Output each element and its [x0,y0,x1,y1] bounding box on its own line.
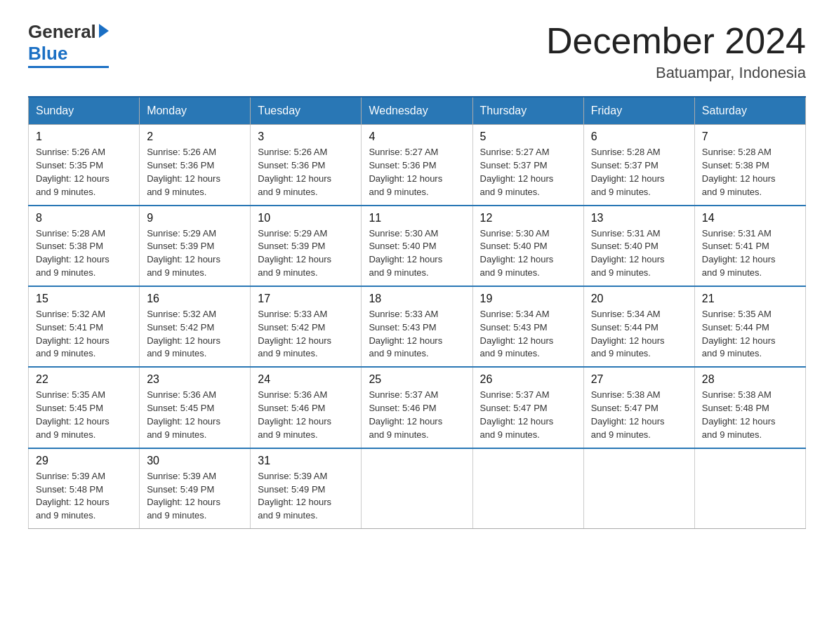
logo-underline [28,66,109,68]
calendar-subtitle: Batuampar, Indonesia [546,64,806,82]
day-info: Sunrise: 5:39 AMSunset: 5:49 PMDaylight:… [147,470,243,523]
calendar-cell: 27Sunrise: 5:38 AMSunset: 5:47 PMDayligh… [583,367,694,448]
day-info: Sunrise: 5:32 AMSunset: 5:41 PMDaylight:… [36,308,132,361]
day-number: 20 [591,293,687,305]
day-info: Sunrise: 5:27 AMSunset: 5:36 PMDaylight:… [369,146,465,199]
calendar-cell: 23Sunrise: 5:36 AMSunset: 5:45 PMDayligh… [140,367,251,448]
day-number: 13 [591,212,687,224]
calendar-cell: 4Sunrise: 5:27 AMSunset: 5:36 PMDaylight… [362,125,472,206]
page-header: General Blue December 2024 Batuampar, In… [28,21,806,82]
day-info: Sunrise: 5:38 AMSunset: 5:47 PMDaylight:… [591,389,687,441]
logo-blue: Blue [28,43,67,65]
day-info: Sunrise: 5:33 AMSunset: 5:42 PMDaylight:… [258,308,354,361]
day-info: Sunrise: 5:34 AMSunset: 5:44 PMDaylight:… [591,308,687,361]
day-number: 30 [147,455,243,467]
calendar-cell [362,448,472,529]
calendar-title: December 2024 [546,21,806,61]
calendar-cell: 1Sunrise: 5:26 AMSunset: 5:35 PMDaylight… [29,125,140,206]
calendar-cell: 13Sunrise: 5:31 AMSunset: 5:40 PMDayligh… [583,206,694,286]
day-info: Sunrise: 5:27 AMSunset: 5:37 PMDaylight:… [480,146,576,199]
logo-text: General [28,21,109,43]
calendar-cell: 28Sunrise: 5:38 AMSunset: 5:48 PMDayligh… [694,367,805,448]
day-number: 5 [480,130,576,143]
calendar-cell: 29Sunrise: 5:39 AMSunset: 5:48 PMDayligh… [29,448,140,529]
day-info: Sunrise: 5:37 AMSunset: 5:46 PMDaylight:… [369,389,465,441]
day-info: Sunrise: 5:30 AMSunset: 5:40 PMDaylight:… [369,227,465,280]
calendar-table: SundayMondayTuesdayWednesdayThursdayFrid… [28,96,806,529]
day-number: 8 [36,212,132,224]
calendar-header-row: SundayMondayTuesdayWednesdayThursdayFrid… [29,97,806,125]
header-friday: Friday [583,97,694,125]
day-number: 25 [369,373,465,386]
day-number: 16 [147,293,243,305]
day-info: Sunrise: 5:26 AMSunset: 5:36 PMDaylight:… [258,146,354,199]
day-number: 26 [480,373,576,386]
day-info: Sunrise: 5:36 AMSunset: 5:45 PMDaylight:… [147,389,243,441]
calendar-cell: 12Sunrise: 5:30 AMSunset: 5:40 PMDayligh… [472,206,583,286]
week-row-3: 15Sunrise: 5:32 AMSunset: 5:41 PMDayligh… [29,286,806,367]
calendar-cell: 20Sunrise: 5:34 AMSunset: 5:44 PMDayligh… [583,286,694,367]
calendar-cell: 19Sunrise: 5:34 AMSunset: 5:43 PMDayligh… [472,286,583,367]
day-info: Sunrise: 5:31 AMSunset: 5:41 PMDaylight:… [702,227,798,280]
calendar-cell: 7Sunrise: 5:28 AMSunset: 5:38 PMDaylight… [694,125,805,206]
calendar-cell: 21Sunrise: 5:35 AMSunset: 5:44 PMDayligh… [694,286,805,367]
header-tuesday: Tuesday [251,97,362,125]
day-number: 29 [36,455,132,467]
day-info: Sunrise: 5:26 AMSunset: 5:36 PMDaylight:… [147,146,243,199]
header-thursday: Thursday [472,97,583,125]
calendar-cell: 11Sunrise: 5:30 AMSunset: 5:40 PMDayligh… [362,206,472,286]
calendar-cell [472,448,583,529]
day-number: 15 [36,293,132,305]
day-info: Sunrise: 5:29 AMSunset: 5:39 PMDaylight:… [147,227,243,280]
day-info: Sunrise: 5:37 AMSunset: 5:47 PMDaylight:… [480,389,576,441]
calendar-cell: 2Sunrise: 5:26 AMSunset: 5:36 PMDaylight… [140,125,251,206]
day-number: 3 [258,130,354,143]
day-number: 28 [702,373,798,386]
day-info: Sunrise: 5:28 AMSunset: 5:37 PMDaylight:… [591,146,687,199]
day-number: 21 [702,293,798,305]
calendar-cell: 16Sunrise: 5:32 AMSunset: 5:42 PMDayligh… [140,286,251,367]
day-info: Sunrise: 5:35 AMSunset: 5:44 PMDaylight:… [702,308,798,361]
title-block: December 2024 Batuampar, Indonesia [546,21,806,82]
day-number: 4 [369,130,465,143]
calendar-cell: 22Sunrise: 5:35 AMSunset: 5:45 PMDayligh… [29,367,140,448]
day-number: 12 [480,212,576,224]
calendar-cell: 17Sunrise: 5:33 AMSunset: 5:42 PMDayligh… [251,286,362,367]
header-sunday: Sunday [29,97,140,125]
day-number: 23 [147,373,243,386]
day-number: 9 [147,212,243,224]
day-info: Sunrise: 5:30 AMSunset: 5:40 PMDaylight:… [480,227,576,280]
day-number: 10 [258,212,354,224]
day-number: 24 [258,373,354,386]
day-info: Sunrise: 5:38 AMSunset: 5:48 PMDaylight:… [702,389,798,441]
day-number: 31 [258,455,354,467]
day-info: Sunrise: 5:26 AMSunset: 5:35 PMDaylight:… [36,146,132,199]
logo-general: General [28,21,96,43]
calendar-cell: 3Sunrise: 5:26 AMSunset: 5:36 PMDaylight… [251,125,362,206]
week-row-2: 8Sunrise: 5:28 AMSunset: 5:38 PMDaylight… [29,206,806,286]
header-wednesday: Wednesday [362,97,472,125]
calendar-cell: 24Sunrise: 5:36 AMSunset: 5:46 PMDayligh… [251,367,362,448]
calendar-cell: 9Sunrise: 5:29 AMSunset: 5:39 PMDaylight… [140,206,251,286]
day-number: 18 [369,293,465,305]
day-number: 6 [591,130,687,143]
day-number: 11 [369,212,465,224]
week-row-1: 1Sunrise: 5:26 AMSunset: 5:35 PMDaylight… [29,125,806,206]
day-number: 19 [480,293,576,305]
day-info: Sunrise: 5:39 AMSunset: 5:49 PMDaylight:… [258,470,354,523]
calendar-cell: 10Sunrise: 5:29 AMSunset: 5:39 PMDayligh… [251,206,362,286]
header-monday: Monday [140,97,251,125]
calendar-cell: 5Sunrise: 5:27 AMSunset: 5:37 PMDaylight… [472,125,583,206]
calendar-cell: 25Sunrise: 5:37 AMSunset: 5:46 PMDayligh… [362,367,472,448]
calendar-cell: 26Sunrise: 5:37 AMSunset: 5:47 PMDayligh… [472,367,583,448]
day-number: 17 [258,293,354,305]
day-info: Sunrise: 5:36 AMSunset: 5:46 PMDaylight:… [258,389,354,441]
day-info: Sunrise: 5:28 AMSunset: 5:38 PMDaylight:… [36,227,132,280]
day-number: 1 [36,130,132,143]
logo: General Blue [28,21,109,68]
week-row-4: 22Sunrise: 5:35 AMSunset: 5:45 PMDayligh… [29,367,806,448]
day-info: Sunrise: 5:39 AMSunset: 5:48 PMDaylight:… [36,470,132,523]
calendar-cell: 14Sunrise: 5:31 AMSunset: 5:41 PMDayligh… [694,206,805,286]
calendar-cell [694,448,805,529]
header-saturday: Saturday [694,97,805,125]
